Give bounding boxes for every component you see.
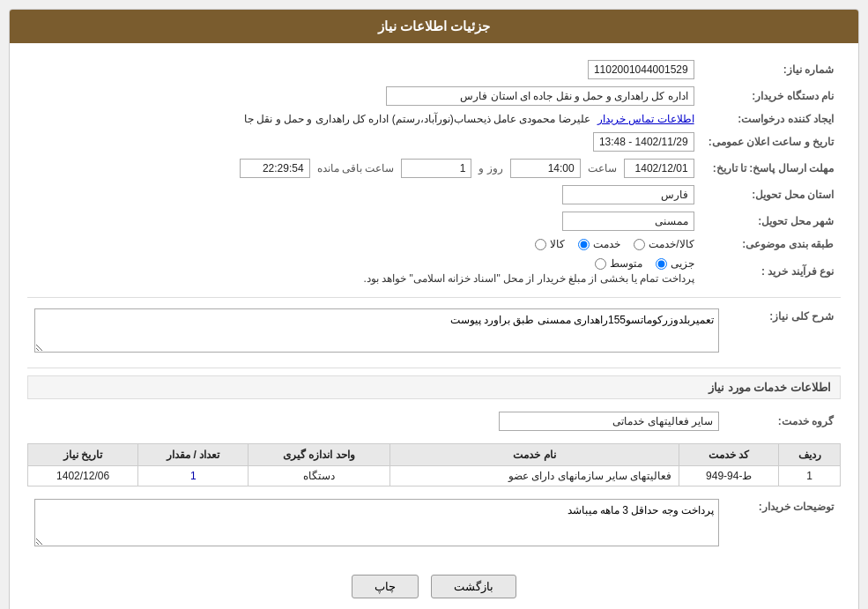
cell-tarikh: 1402/12/06 bbox=[28, 466, 138, 486]
noeFarayand-label-jozii: جزیی bbox=[671, 257, 694, 270]
th-tedad: تعداد / مقدار bbox=[138, 444, 249, 466]
tabaqe-radio-khadamat[interactable] bbox=[578, 239, 590, 250]
cell-vahed: دستگاه bbox=[249, 466, 389, 486]
sharh-textarea[interactable] bbox=[34, 308, 719, 353]
noeFarayand-options: جزیی متوسط bbox=[595, 257, 694, 270]
tarikh-value: 1402/11/29 - 13:48 bbox=[593, 132, 694, 152]
tabaqe-radio-kala_khadamat[interactable] bbox=[634, 239, 645, 250]
ejadKonande-link[interactable]: اطلاعات تماس خریدار bbox=[597, 113, 694, 125]
tabaqe-options: کالا/خدمت خدمت کالا bbox=[535, 238, 694, 250]
mohlat-baghimande-label: ساعت باقی مانده bbox=[317, 162, 395, 175]
page-header: جزئیات اطلاعات نیاز bbox=[10, 10, 858, 43]
mohlat-saat-label: ساعت bbox=[588, 162, 617, 175]
mohlat-date: 1402/12/01 bbox=[624, 159, 694, 178]
cell-kod: ط-94-949 bbox=[679, 466, 779, 486]
namDastgah-label: نام دستگاه خریدار: bbox=[701, 83, 841, 109]
th-tarikh: تاریخ نیاز bbox=[28, 444, 138, 466]
namDastgah-value: اداره کل راهداری و حمل و نقل جاده ای است… bbox=[386, 86, 694, 106]
shomareNiaz-value: 1102001044001529 bbox=[588, 60, 694, 79]
mohlat-label: مهلت ارسال پاسخ: تا تاریخ: bbox=[701, 155, 841, 182]
th-kod: کد خدمت bbox=[679, 444, 779, 466]
table-row: 1 ط-94-949 فعالیتهای سایر سازمانهای دارا… bbox=[28, 466, 841, 486]
services-section-title: اطلاعات خدمات مورد نیاز bbox=[27, 375, 841, 399]
ostan-label: استان محل تحویل: bbox=[701, 182, 841, 208]
shomareNiaz-label: شماره نیاز: bbox=[701, 56, 841, 83]
tarikh-label: تاریخ و ساعت اعلان عمومی: bbox=[701, 129, 841, 155]
th-name: نام خدمت bbox=[389, 444, 679, 466]
group-label: گروه خدمت: bbox=[726, 408, 841, 434]
ostan-value: فارس bbox=[562, 185, 694, 204]
cell-name: فعالیتهای سایر سازمانهای دارای عضو bbox=[389, 466, 679, 486]
tozihat-label: توضیحات خریدار: bbox=[726, 495, 841, 553]
services-table: ردیف کد خدمت نام خدمت واحد اندازه گیری ت… bbox=[27, 443, 841, 486]
noeFarayand-label-motavasset: متوسط bbox=[610, 257, 642, 270]
tabaqe-label-khadamat: خدمت bbox=[593, 238, 620, 250]
tabaqe-label-kala: کالا bbox=[550, 238, 565, 250]
noeFarayand-radio-motavasset[interactable] bbox=[595, 258, 606, 270]
noeFarayand-option-jozii[interactable]: جزیی bbox=[656, 257, 694, 270]
noeFarayand-label: نوع فرآیند خرید : bbox=[701, 254, 841, 288]
group-value: سایر فعالیتهای خدماتی bbox=[499, 412, 719, 431]
sharh-label: شرح کلی نیاز: bbox=[726, 305, 841, 359]
noeFarayand-radio-jozii[interactable] bbox=[656, 258, 667, 270]
divider-1 bbox=[27, 297, 841, 298]
cell-radif: 1 bbox=[779, 466, 841, 486]
th-radif: ردیف bbox=[779, 444, 841, 466]
tabaqe-label: طبقه بندی موضوعی: bbox=[701, 234, 841, 254]
back-button[interactable]: بازگشت bbox=[431, 575, 516, 598]
tabaqe-option-kala_khadamat[interactable]: کالا/خدمت bbox=[634, 238, 694, 250]
mohlat-roz-label: روز و bbox=[479, 162, 502, 175]
tozihat-textarea[interactable] bbox=[34, 499, 719, 546]
mohlat-saat: 14:00 bbox=[510, 159, 581, 178]
ejadKonande-label: ایجاد کننده درخواست: bbox=[701, 109, 841, 129]
tabaqe-option-khadamat[interactable]: خدمت bbox=[578, 238, 620, 250]
noeFarayand-description: پرداخت تمام یا بخشی از مبلغ خریدار از مح… bbox=[34, 272, 694, 285]
tabaqe-label-kala_khadamat: کالا/خدمت bbox=[649, 238, 694, 250]
ejadKonande-value: علیرضا محمودی عامل ذیحساب(نورآباد،رستم) … bbox=[244, 113, 590, 125]
shahr-label: شهر محل تحویل: bbox=[701, 208, 841, 234]
button-row: بازگشت چاپ bbox=[27, 561, 841, 607]
divider-2 bbox=[27, 368, 841, 368]
cell-tedad: 1 bbox=[138, 466, 249, 486]
shahr-value: ممسنی bbox=[562, 212, 694, 231]
th-vahed: واحد اندازه گیری bbox=[249, 444, 389, 466]
print-button[interactable]: چاپ bbox=[352, 575, 419, 598]
noeFarayand-option-motavasset[interactable]: متوسط bbox=[595, 257, 642, 270]
mohlat-roz: 1 bbox=[401, 159, 471, 178]
mohlat-baghimande: 22:29:54 bbox=[240, 159, 310, 178]
tabaqe-option-kala[interactable]: کالا bbox=[535, 238, 565, 250]
tabaqe-radio-kala[interactable] bbox=[535, 239, 546, 250]
